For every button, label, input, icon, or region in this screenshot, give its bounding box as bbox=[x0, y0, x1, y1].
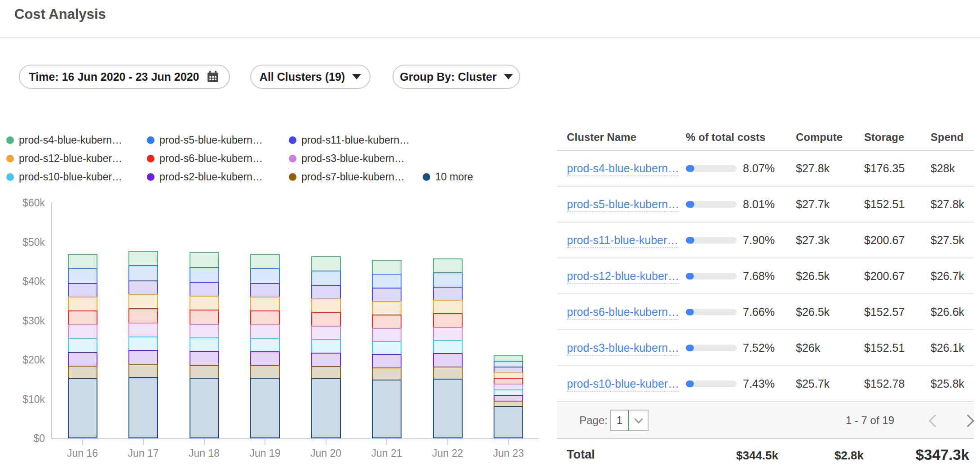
bar-segment[interactable] bbox=[190, 337, 219, 352]
bar-segment[interactable] bbox=[311, 378, 341, 438]
bar-segment[interactable] bbox=[68, 310, 97, 326]
bar-segment[interactable] bbox=[250, 283, 280, 298]
legend-item[interactable]: prod-s11-blue-kubern… bbox=[289, 134, 410, 146]
bar-segment[interactable] bbox=[311, 312, 341, 327]
bar-segment[interactable] bbox=[68, 254, 97, 270]
bar-segment[interactable] bbox=[433, 313, 463, 328]
time-range-filter[interactable]: Time: 16 Jun 2020 - 23 Jun 2020 bbox=[19, 65, 230, 89]
legend-item[interactable]: prod-s6-blue-kubern… bbox=[147, 153, 263, 164]
bar-segment[interactable] bbox=[68, 378, 97, 438]
bar-segment[interactable] bbox=[311, 366, 341, 380]
bar-segment[interactable] bbox=[250, 351, 280, 366]
prev-page-chevron-icon[interactable] bbox=[929, 415, 941, 427]
legend-item[interactable]: prod-s12-blue-kuber… bbox=[6, 153, 122, 164]
bar-segment[interactable] bbox=[311, 298, 341, 313]
legend-item[interactable]: prod-s7-blue-kubern… bbox=[289, 171, 405, 183]
bar-segment[interactable] bbox=[250, 254, 280, 270]
bar-segment[interactable] bbox=[372, 380, 402, 438]
bar-segment[interactable] bbox=[190, 267, 219, 283]
x-axis-tick bbox=[447, 439, 448, 445]
bar-segment[interactable] bbox=[372, 315, 402, 329]
bar-segment[interactable] bbox=[372, 301, 402, 315]
bar-segment[interactable] bbox=[372, 328, 402, 342]
bar-segment[interactable] bbox=[250, 310, 280, 326]
bar-segment[interactable] bbox=[68, 297, 97, 311]
bar-segment[interactable] bbox=[128, 337, 158, 351]
bar-segment[interactable] bbox=[311, 285, 341, 299]
bar-segment[interactable] bbox=[372, 367, 402, 381]
bar-segment[interactable] bbox=[190, 282, 219, 297]
bar-segment[interactable] bbox=[372, 260, 402, 275]
bar-segment[interactable] bbox=[433, 300, 463, 314]
bar-segment[interactable] bbox=[433, 258, 463, 273]
bar-segment[interactable] bbox=[311, 256, 341, 271]
bar-segment[interactable] bbox=[190, 324, 219, 339]
page-title: Cost Analysis bbox=[14, 6, 106, 22]
cluster-name-link[interactable]: prod-s11-blue-kuber… bbox=[567, 234, 678, 248]
bar-segment[interactable] bbox=[250, 268, 280, 284]
bar-segment[interactable] bbox=[68, 338, 97, 353]
bar-segment[interactable] bbox=[128, 251, 158, 267]
bar-segment[interactable] bbox=[190, 252, 219, 268]
caret-down-icon bbox=[504, 74, 513, 79]
bar-segment[interactable] bbox=[128, 377, 158, 438]
legend-item[interactable]: 10 more bbox=[423, 171, 473, 183]
compute-value: $26.5k bbox=[796, 306, 864, 319]
bar-segment[interactable] bbox=[433, 340, 463, 354]
page-number-select[interactable]: 1 bbox=[610, 410, 649, 431]
bar-segment[interactable] bbox=[372, 341, 402, 355]
group-by-dropdown[interactable]: Group By: Cluster bbox=[393, 65, 520, 89]
bar-segment[interactable] bbox=[68, 352, 97, 367]
legend-item[interactable]: prod-s5-blue-kubern… bbox=[147, 134, 263, 146]
bar-segment[interactable] bbox=[311, 339, 341, 354]
bar-segment[interactable] bbox=[190, 296, 219, 311]
cluster-name-link[interactable]: prod-s5-blue-kubern… bbox=[567, 198, 679, 212]
bar-segment[interactable] bbox=[68, 324, 97, 339]
legend-item[interactable]: prod-s4-blue-kubern… bbox=[6, 134, 122, 146]
bar-segment[interactable] bbox=[372, 274, 402, 289]
bar-segment[interactable] bbox=[250, 378, 280, 439]
bar-segment[interactable] bbox=[433, 272, 463, 288]
cluster-name-link[interactable]: prod-s6-blue-kubern… bbox=[567, 306, 679, 320]
bar-segment[interactable] bbox=[372, 354, 402, 368]
bar-segment[interactable] bbox=[250, 365, 280, 379]
bar-segment[interactable] bbox=[128, 280, 158, 295]
cluster-name-link[interactable]: prod-s4-blue-kubern… bbox=[567, 162, 679, 176]
cluster-name-link[interactable]: prod-s12-blue-kuber… bbox=[567, 270, 679, 284]
x-axis-tick bbox=[204, 439, 205, 445]
bar-segment[interactable] bbox=[311, 326, 341, 340]
y-axis-tick-label: $60k bbox=[0, 197, 45, 209]
cluster-name-link[interactable]: prod-s10-blue-kuber… bbox=[567, 377, 679, 392]
legend-item[interactable]: prod-s2-blue-kubern… bbox=[147, 171, 263, 183]
cluster-name-link[interactable]: prod-s3-blue-kubern… bbox=[567, 341, 679, 356]
bar-segment[interactable] bbox=[128, 350, 158, 365]
bar-segment[interactable] bbox=[433, 353, 463, 367]
bar-segment[interactable] bbox=[250, 324, 280, 339]
bar-segment[interactable] bbox=[190, 310, 219, 325]
bar-segment[interactable] bbox=[311, 271, 341, 286]
bar-segment[interactable] bbox=[128, 265, 158, 281]
bar-segment[interactable] bbox=[494, 406, 523, 439]
bar-segment[interactable] bbox=[311, 353, 341, 367]
bar-segment[interactable] bbox=[128, 294, 158, 309]
bar-segment[interactable] bbox=[190, 365, 219, 379]
bar-segment[interactable] bbox=[372, 288, 402, 302]
bar-segment[interactable] bbox=[433, 287, 463, 301]
bar-segment[interactable] bbox=[250, 297, 280, 311]
bar-segment[interactable] bbox=[68, 283, 97, 298]
bar-segment[interactable] bbox=[128, 364, 158, 378]
clusters-filter-dropdown[interactable]: All Clusters (19) bbox=[250, 65, 371, 89]
legend-item[interactable]: prod-s3-blue-kubern… bbox=[289, 153, 405, 164]
bar-segment[interactable] bbox=[433, 379, 463, 438]
next-page-chevron-icon[interactable] bbox=[962, 415, 974, 427]
bar-segment[interactable] bbox=[190, 351, 219, 366]
bar-segment[interactable] bbox=[250, 338, 280, 352]
bar-segment[interactable] bbox=[190, 378, 219, 439]
bar-segment[interactable] bbox=[433, 327, 463, 341]
bar-segment[interactable] bbox=[128, 323, 158, 337]
legend-item[interactable]: prod-s10-blue-kuber… bbox=[6, 171, 122, 183]
bar-segment[interactable] bbox=[433, 367, 463, 380]
bar-segment[interactable] bbox=[128, 308, 158, 324]
bar-segment[interactable] bbox=[68, 366, 97, 380]
bar-segment[interactable] bbox=[68, 268, 97, 284]
